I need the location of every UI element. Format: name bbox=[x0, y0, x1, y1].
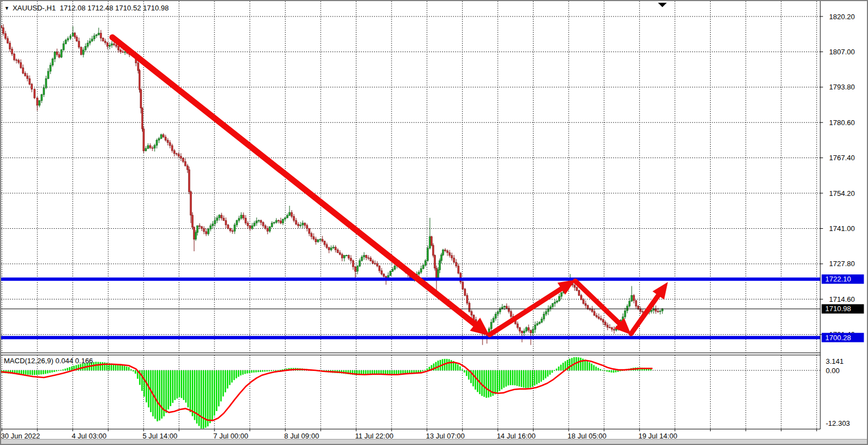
ohlc-values: 1712.08 1712.48 1710.52 1710.98 bbox=[60, 4, 169, 12]
price-axis-label: 1714.60 bbox=[829, 295, 855, 303]
price-axis-label: 1780.60 bbox=[829, 119, 855, 127]
price-axis-label: 1754.20 bbox=[829, 189, 855, 198]
price-axis-label: 1727.80 bbox=[829, 260, 855, 268]
window-bottom-edge bbox=[1, 439, 867, 444]
price-axis-label: 1767.40 bbox=[829, 154, 855, 162]
macd-indicator-label: MACD(12,26,9) 0.044 0.166 bbox=[4, 357, 93, 365]
macd-axis-label: 0.00 bbox=[826, 367, 839, 375]
ohlc-readout bbox=[56, 4, 60, 12]
macd-layer bbox=[1, 357, 653, 429]
last-bar-marker-icon bbox=[658, 3, 667, 7]
chart-title: ▼XAUUSD-,H1 1712.08 1712.48 1710.52 1710… bbox=[4, 4, 169, 12]
axes-layer: 1820.201807.001793.801780.601767.401754.… bbox=[1, 1, 864, 440]
symbol-dropdown-icon[interactable]: ▼ bbox=[4, 5, 9, 11]
trend-arrows-layer bbox=[112, 37, 668, 336]
symbol-period-label: XAUUSD-,H1 bbox=[13, 4, 56, 12]
hlines-layer bbox=[1, 279, 820, 337]
price-axis-label: 1820.20 bbox=[829, 13, 855, 21]
trading-chart-canvas[interactable]: 1820.201807.001793.801780.601767.401754.… bbox=[0, 0, 868, 445]
price-level-badge: 1700.28 bbox=[825, 334, 851, 342]
price-level-badge: 1710.98 bbox=[825, 305, 851, 313]
candles-layer bbox=[1, 24, 663, 345]
macd-axis-label: -12.303 bbox=[826, 419, 850, 427]
price-axis-label: 1793.80 bbox=[829, 83, 855, 91]
macd-axis-label: 3.141 bbox=[826, 357, 844, 365]
price-axis-label: 1807.00 bbox=[829, 48, 855, 56]
price-level-badge: 1722.10 bbox=[825, 275, 851, 283]
price-axis-label: 1741.00 bbox=[829, 224, 855, 233]
